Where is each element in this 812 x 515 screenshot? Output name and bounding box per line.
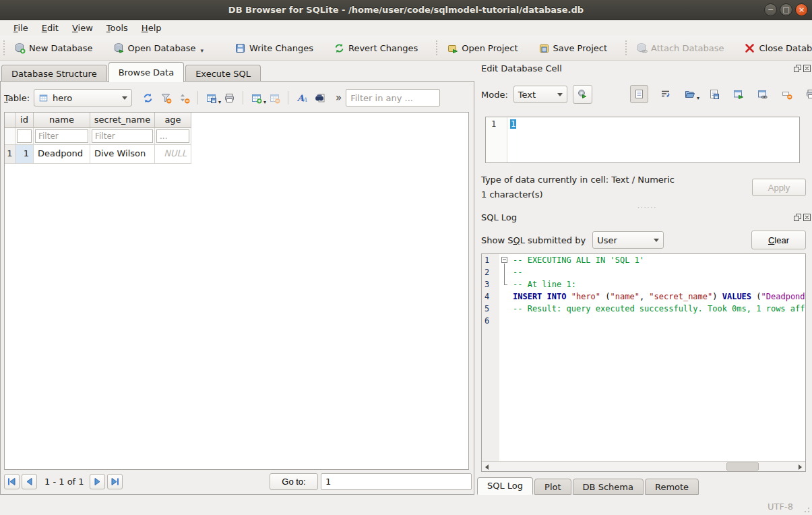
refresh-button[interactable] xyxy=(141,91,155,105)
mode-label: Mode: xyxy=(481,90,508,100)
filter-input-age[interactable] xyxy=(156,129,189,143)
save-project-button[interactable]: Save Project xyxy=(533,40,613,57)
column-header-age[interactable]: age xyxy=(155,113,191,128)
format-font-button[interactable]: AA xyxy=(294,91,309,105)
tab-database-structure[interactable]: Database Structure xyxy=(1,65,107,82)
row-header[interactable]: 1 xyxy=(5,145,15,164)
filter-input-name[interactable] xyxy=(35,129,88,143)
write-changes-button[interactable]: Write Changes xyxy=(229,40,319,57)
toolbar-overflow-icon[interactable]: » xyxy=(336,92,342,104)
close-button[interactable]: × xyxy=(795,3,808,16)
next-page-button[interactable] xyxy=(90,474,105,489)
import-from-file-button[interactable]: ▾ xyxy=(683,87,697,101)
tab-browse-data[interactable]: Browse Data xyxy=(108,62,185,82)
filter-any-input[interactable] xyxy=(346,89,440,107)
sql-source-combo[interactable]: User xyxy=(592,231,664,249)
float-dock-icon[interactable] xyxy=(794,213,801,220)
bottom-tab-remote[interactable]: Remote xyxy=(645,479,699,495)
edit-cell-mode-row: Mode: Text xyxy=(481,85,592,104)
find-in-table-button[interactable] xyxy=(313,91,327,105)
column-header-secret_name[interactable]: secret_name xyxy=(90,113,155,128)
delete-record-icon xyxy=(269,92,280,104)
titlebar: DB Browser for SQLite - /home/user/code/… xyxy=(0,0,812,20)
apply-button[interactable]: Apply xyxy=(752,179,806,196)
print-button[interactable] xyxy=(222,91,237,105)
chevron-down-icon[interactable]: ▾ xyxy=(200,47,204,54)
first-page-button[interactable] xyxy=(4,474,20,489)
cell-id[interactable]: 1 xyxy=(15,145,34,164)
edit-cell-toolbar: ▾ xyxy=(628,85,812,103)
show-sql-label: Show SQL submitted by xyxy=(481,235,586,245)
word-wrap-button[interactable] xyxy=(658,87,673,101)
menu-file[interactable]: File xyxy=(7,22,35,34)
close-database-button[interactable]: Close Database xyxy=(739,40,812,57)
filter-cell-name xyxy=(34,128,90,145)
line-number: 3 xyxy=(482,278,499,291)
maximize-button[interactable]: □ xyxy=(780,3,792,16)
mode-combo[interactable]: Text xyxy=(513,86,567,103)
clear-sorting-button[interactable] xyxy=(177,91,191,105)
toolbar-drag-handle xyxy=(625,40,627,55)
text-document-button[interactable] xyxy=(630,85,648,103)
cell-age[interactable]: NULL xyxy=(155,145,191,164)
chevron-down-icon[interactable]: ▾ xyxy=(263,99,266,105)
resize-grip[interactable] xyxy=(802,505,810,513)
write-changes-icon xyxy=(235,42,246,54)
close-dock-icon[interactable] xyxy=(803,213,811,220)
fold-marker-icon[interactable] xyxy=(499,254,511,266)
open-database-button[interactable]: Open Database▾ xyxy=(108,40,209,57)
filter-input-id[interactable] xyxy=(17,129,32,143)
cell-name[interactable]: Deadpond xyxy=(34,145,90,164)
close-dock-icon[interactable] xyxy=(803,64,811,71)
column-header-name[interactable]: name xyxy=(34,113,90,128)
menu-tools[interactable]: Tools xyxy=(100,22,135,34)
cell-value-editor[interactable]: 1 1 xyxy=(485,117,800,163)
clear-filters-button[interactable] xyxy=(159,91,173,105)
minimize-button[interactable]: − xyxy=(764,3,777,16)
scrollbar-thumb[interactable] xyxy=(726,462,759,471)
float-dock-icon[interactable] xyxy=(794,64,801,71)
insert-record-button[interactable]: ▾ xyxy=(249,91,263,105)
last-page-button[interactable] xyxy=(107,474,123,489)
apply-format-button[interactable] xyxy=(573,85,592,104)
cell-secret_name[interactable]: Dive Wilson xyxy=(90,145,155,164)
filter-input-secret_name[interactable] xyxy=(92,129,153,143)
scroll-left-icon[interactable] xyxy=(482,462,493,472)
menubar: FileEditViewToolsHelp xyxy=(0,20,812,36)
line-number: 2 xyxy=(482,266,499,278)
save-table-button[interactable]: ▾ xyxy=(204,91,218,105)
chevron-down-icon[interactable]: ▾ xyxy=(218,99,221,105)
export-to-file-button[interactable] xyxy=(707,87,721,101)
set-null-button[interactable] xyxy=(780,87,794,101)
previous-page-button[interactable] xyxy=(22,474,37,489)
table-combo[interactable]: hero xyxy=(34,89,132,107)
import-from-file-icon xyxy=(684,88,695,100)
tab-execute-sql[interactable]: Execute SQL xyxy=(185,65,261,82)
menu-view[interactable]: View xyxy=(65,22,100,34)
sql-text: INSERT INTO "hero" ("name", "secret_name… xyxy=(511,291,805,303)
scroll-right-icon[interactable] xyxy=(794,462,805,472)
sql-log-line: 2-- xyxy=(482,266,805,278)
sql-log-editor[interactable]: 1-- EXECUTING ALL IN 'SQL 1'2--3-- At li… xyxy=(481,253,806,472)
clear-log-button[interactable]: Clear xyxy=(751,231,806,249)
bottom-tab-db-schema[interactable]: DB Schema xyxy=(573,479,644,495)
chevron-down-icon[interactable]: ▾ xyxy=(697,95,699,101)
last-page-icon xyxy=(109,476,121,487)
print-cell-button[interactable] xyxy=(804,87,812,101)
bottom-tab-plot[interactable]: Plot xyxy=(534,479,571,495)
bottom-tab-sql-log[interactable]: SQL Log xyxy=(477,477,533,495)
new-database-button[interactable]: New Database xyxy=(9,40,98,57)
goto-button[interactable]: Go to: xyxy=(270,473,318,490)
revert-changes-button[interactable]: Revert Changes xyxy=(328,40,423,57)
menu-edit[interactable]: Edit xyxy=(35,22,65,34)
sql-text: -- EXECUTING ALL IN 'SQL 1' xyxy=(511,254,644,266)
sql-log-hscrollbar[interactable] xyxy=(482,461,805,471)
column-header-id[interactable]: id xyxy=(15,113,34,128)
menu-help[interactable]: Help xyxy=(135,22,168,34)
open-url-button[interactable] xyxy=(755,87,770,101)
chevron-down-icon xyxy=(122,96,127,100)
dock-splitter-handle[interactable]: ······ xyxy=(637,204,657,211)
open-external-button[interactable] xyxy=(731,87,745,101)
goto-input[interactable] xyxy=(321,473,472,490)
open-project-button[interactable]: Open Project xyxy=(441,40,523,57)
